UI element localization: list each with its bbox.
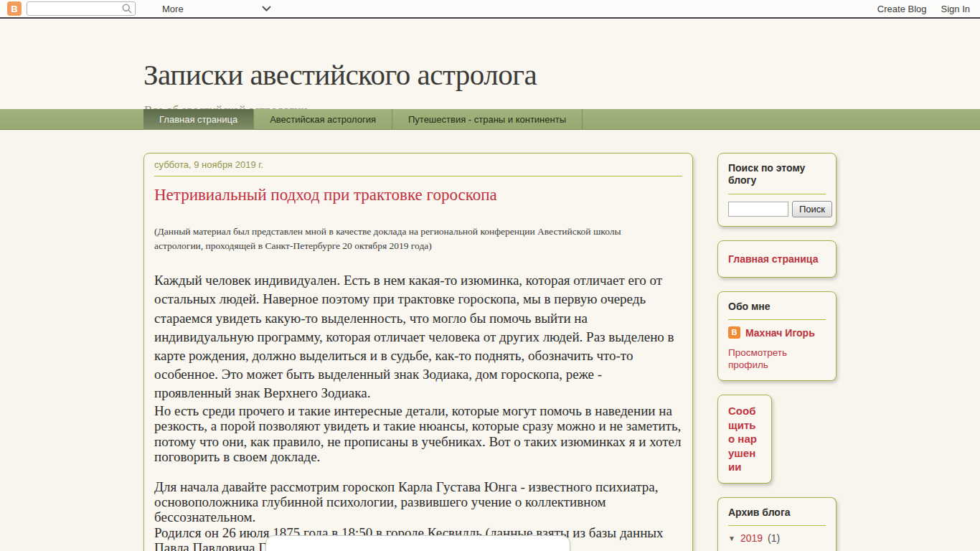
navbar-search-input[interactable]: [27, 1, 136, 16]
more-label: More: [162, 4, 184, 14]
blogger-logo-icon[interactable]: B: [7, 1, 22, 16]
navbar-search-box: [27, 1, 136, 16]
post-container: суббота, 9 ноября 2019 г. Нетривиальный …: [143, 153, 693, 551]
create-blog-link[interactable]: Create Blog: [877, 4, 927, 14]
post-divider: [154, 176, 682, 176]
about-me-title: Обо мне: [728, 301, 826, 313]
about-me-widget: Обо мне B Махнач Игорь Просмотреть профи…: [717, 291, 837, 382]
post-paragraph: Но есть среди прочего и такие интересные…: [154, 403, 682, 465]
report-abuse-link[interactable]: Сообщить о нарушении: [728, 404, 761, 474]
widget-divider: [728, 525, 826, 526]
post-paragraph: Каждый человек индивидуален. Есть в нем …: [154, 271, 682, 403]
view-profile-link[interactable]: Просмотреть профиль: [728, 347, 800, 372]
post-date: суббота, 9 ноября 2019 г.: [154, 159, 682, 170]
blogger-navbar: B More Create Blog Sign In: [0, 0, 980, 19]
tab-travel-countries[interactable]: Путешествия - страны и континенты: [392, 109, 583, 130]
blog-header: Записки авестийского астролога Все об ав…: [0, 19, 980, 109]
blog-title[interactable]: Записки авестийского астролога: [143, 57, 537, 92]
blogger-profile-icon[interactable]: B: [728, 326, 740, 339]
post-paragraph: Для начала давайте рассмотрим гороскоп К…: [154, 479, 682, 525]
blog-archive-widget: Архив блога ▼ 2019 (1) ▼ ноября (1): [717, 497, 837, 551]
tabbar-spacer: [0, 109, 143, 129]
search-icon[interactable]: [122, 4, 132, 14]
sign-in-link[interactable]: Sign In: [941, 4, 970, 14]
widget-divider: [728, 194, 826, 194]
nav-tabbar: Главная страница Авестийская астрология …: [0, 109, 980, 130]
search-widget: Поиск по этому блогу Поиск: [717, 153, 837, 227]
post-intro-note: (Данный материал был представлен мной в …: [154, 225, 671, 253]
search-widget-title: Поиск по этому блогу: [728, 162, 826, 187]
report-abuse-widget: Сообщить о нарушении: [717, 395, 772, 484]
sidebar-home-link[interactable]: Главная страница: [728, 253, 818, 265]
sidebar: Поиск по этому блогу Поиск Главная стран…: [717, 153, 837, 551]
collapse-toggle-icon[interactable]: ▼: [728, 534, 735, 542]
tab-home[interactable]: Главная страница: [143, 109, 254, 130]
sidebar-search-input[interactable]: [728, 202, 788, 217]
archive-title: Архив блога: [728, 507, 826, 519]
widget-divider: [728, 319, 826, 320]
more-dropdown[interactable]: More: [162, 1, 271, 16]
sidebar-search-button[interactable]: Поиск: [792, 201, 832, 217]
tab-avestan-astrology[interactable]: Авестийская астрология: [254, 109, 392, 130]
archive-year-link[interactable]: 2019: [740, 532, 763, 544]
post-title[interactable]: Нетривиальный подход при трактовке горос…: [154, 186, 682, 204]
archive-year-count: (1): [768, 532, 780, 544]
navbar-links: Create Blog Sign In: [877, 4, 970, 14]
post-image[interactable]: [265, 535, 570, 551]
profile-name-link[interactable]: Махнач Игорь: [745, 327, 815, 339]
chevron-down-icon: [262, 6, 271, 11]
pages-widget: Главная страница: [717, 240, 837, 278]
